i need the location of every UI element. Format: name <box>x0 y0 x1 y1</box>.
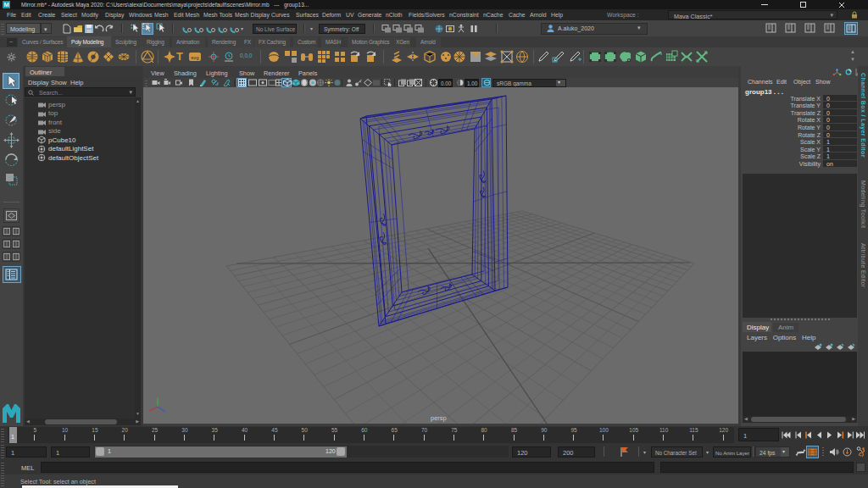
svg-text:svg: svg <box>191 55 198 60</box>
